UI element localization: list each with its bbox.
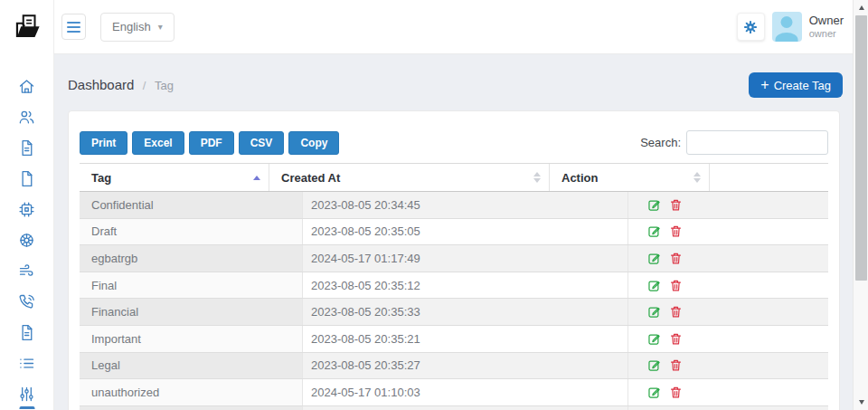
- edit-icon[interactable]: [646, 385, 662, 400]
- column-header-action[interactable]: Action: [550, 164, 710, 191]
- gear-icon: [742, 19, 759, 35]
- scroll-down-arrow[interactable]: [854, 395, 868, 410]
- edit-icon[interactable]: [646, 251, 662, 266]
- cell-tag: Draft: [80, 219, 303, 245]
- tag-table: Tag Created At Action Confidential 2023-…: [80, 163, 828, 410]
- edit-icon[interactable]: [646, 358, 662, 373]
- sidebar-item-partial: [19, 406, 34, 409]
- cell-created-at: 2023-08-05 20:35:33: [303, 299, 628, 325]
- sliders-icon: [17, 385, 36, 404]
- scroll-up-arrow[interactable]: [854, 0, 868, 15]
- cell-action: [628, 192, 828, 218]
- table-row: Important 2023-08-05 20:35:21: [80, 326, 828, 353]
- create-tag-label: Create Tag: [774, 79, 831, 92]
- cell-action: [628, 353, 828, 379]
- top-navbar: English ▾: [0, 0, 853, 54]
- language-selector[interactable]: English ▾: [100, 13, 175, 42]
- sidebar-item-wind-icon[interactable]: [12, 255, 42, 286]
- cell-created-at: 2024-05-17 01:17:49: [303, 245, 628, 272]
- cell-action: [628, 219, 828, 245]
- sidebar-item-file-text-icon[interactable]: [12, 317, 42, 348]
- user-name: Owner: [809, 14, 844, 28]
- chevron-down-icon: ▾: [158, 22, 163, 32]
- cell-action: [628, 272, 828, 299]
- edit-icon[interactable]: [646, 331, 662, 347]
- sidebar-item-list-icon[interactable]: [12, 348, 42, 378]
- cell-created-at: 2023-08-05 20:35:12: [303, 272, 628, 299]
- delete-icon[interactable]: [668, 358, 684, 373]
- users-icon: [17, 108, 36, 127]
- tag-table-card: PrintExcelPDFCSVCopy Search: Tag Created…: [68, 110, 840, 410]
- csv-export-button[interactable]: CSV: [239, 131, 285, 155]
- table-row: Urgent 2023-08-05 20:34:55: [80, 406, 828, 410]
- search-input[interactable]: [686, 130, 828, 155]
- cell-action: [628, 299, 828, 325]
- cell-tag: Final: [80, 272, 303, 299]
- delete-icon[interactable]: [668, 304, 684, 319]
- edit-icon[interactable]: [646, 278, 662, 293]
- create-tag-button[interactable]: + Create Tag: [749, 72, 843, 98]
- file-icon: [17, 169, 36, 188]
- cell-tag: Legal: [80, 353, 303, 379]
- breadcrumb-dashboard[interactable]: Dashboard: [68, 77, 134, 92]
- sidebar-toggle-button[interactable]: [61, 14, 86, 40]
- delete-icon[interactable]: [668, 385, 684, 400]
- main-content: Dashboard / Tag + Create Tag PrintExcelP…: [54, 54, 853, 410]
- helm-icon: [17, 231, 36, 250]
- table-row: unauthorized 2024-05-17 01:10:03: [80, 379, 828, 406]
- pdf-export-button[interactable]: PDF: [189, 131, 234, 155]
- column-header-created-at[interactable]: Created At: [269, 164, 550, 191]
- list-icon: [17, 354, 36, 373]
- file-text-icon: [17, 323, 36, 342]
- sidebar-item-sliders-icon[interactable]: [12, 378, 42, 409]
- copy-export-button[interactable]: Copy: [288, 131, 339, 155]
- sidebar-item-cpu-icon[interactable]: [12, 194, 42, 224]
- breadcrumb: Dashboard / Tag: [68, 77, 174, 93]
- edit-icon[interactable]: [646, 304, 662, 319]
- vertical-scrollbar[interactable]: [853, 0, 868, 410]
- table-header-row: Tag Created At Action: [80, 164, 828, 192]
- delete-icon[interactable]: [668, 251, 684, 266]
- sidebar-item-users-icon[interactable]: [12, 101, 42, 132]
- cell-tag: Important: [80, 326, 303, 352]
- table-row: Final 2023-08-05 20:35:12: [80, 272, 828, 300]
- sidebar-item-home-icon[interactable]: [12, 71, 42, 101]
- cell-tag: unauthorized: [80, 379, 303, 405]
- column-header-tag[interactable]: Tag: [80, 164, 269, 191]
- user-avatar[interactable]: [772, 12, 802, 42]
- user-role: owner: [809, 28, 844, 40]
- sidebar-item-phone-call-icon[interactable]: [12, 286, 42, 317]
- settings-button[interactable]: [737, 13, 765, 41]
- home-icon: [17, 77, 36, 96]
- user-menu[interactable]: Owner owner: [809, 14, 844, 40]
- delete-icon[interactable]: [668, 331, 684, 347]
- wind-icon: [17, 262, 36, 281]
- breadcrumb-separator: /: [143, 79, 146, 92]
- table-row: Legal 2023-08-05 20:35:27: [80, 353, 828, 380]
- edit-icon[interactable]: [646, 224, 662, 239]
- print-export-button[interactable]: Print: [80, 131, 127, 155]
- excel-export-button[interactable]: Excel: [132, 131, 184, 155]
- cell-action: [628, 326, 828, 352]
- cell-created-at: 2023-08-05 20:34:45: [303, 192, 628, 218]
- folder-document-logo-icon: [12, 12, 42, 43]
- cell-tag: Financial: [80, 299, 303, 325]
- table-body: Confidential 2023-08-05 20:34:45 Draft 2…: [80, 192, 828, 410]
- scrollbar-thumb[interactable]: [855, 15, 867, 281]
- delete-icon[interactable]: [668, 278, 684, 293]
- table-toolbar: PrintExcelPDFCSVCopy Search:: [80, 130, 828, 155]
- cell-tag: Urgent: [80, 406, 303, 410]
- delete-icon[interactable]: [668, 224, 684, 239]
- avatar-person-icon: [781, 16, 793, 28]
- file-text-icon: [17, 138, 36, 157]
- edit-icon[interactable]: [646, 197, 662, 213]
- cell-created-at: 2024-05-17 01:10:03: [303, 379, 628, 405]
- sidebar-item-helm-icon[interactable]: [12, 224, 42, 255]
- sidebar-item-file-text-icon[interactable]: [12, 132, 42, 163]
- delete-icon[interactable]: [668, 197, 684, 213]
- sidebar-nav: [0, 54, 54, 410]
- table-row: Draft 2023-08-05 20:35:05: [80, 219, 828, 246]
- cell-created-at: 2023-08-05 20:35:05: [303, 219, 628, 245]
- sidebar-item-file-icon[interactable]: [12, 163, 42, 194]
- column-header-spacer: [710, 164, 828, 191]
